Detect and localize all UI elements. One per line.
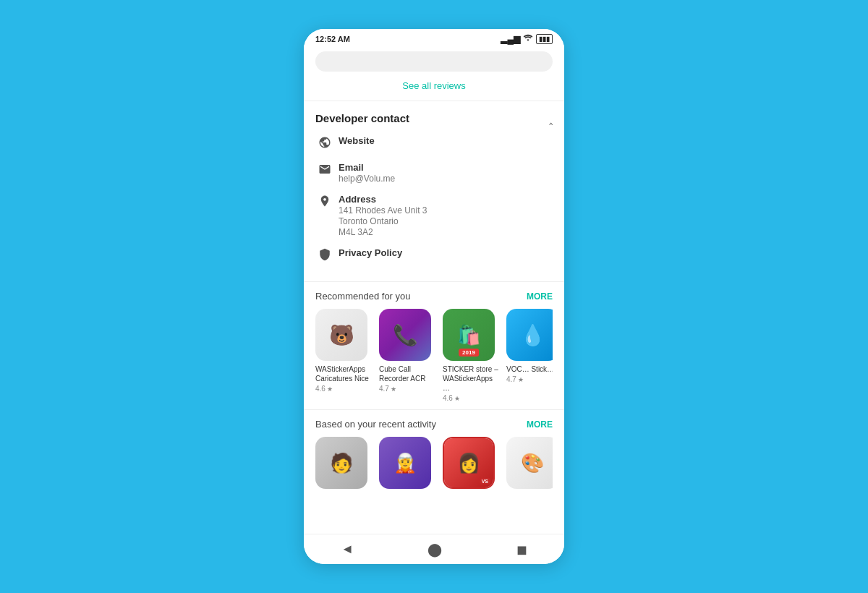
address-line2: Toronto Ontario — [339, 216, 553, 226]
developer-contact-header[interactable]: Developer contact ‸ — [315, 111, 553, 125]
cube-rating-value: 4.7 — [379, 385, 389, 393]
status-time: 12:52 AM — [315, 35, 350, 43]
shield-icon — [318, 248, 339, 264]
voca-name: VOC… Stick… — [506, 364, 553, 374]
app-icon-voca: 💧 — [506, 309, 553, 361]
location-icon — [318, 195, 339, 210]
sticker-rating: 4.6 ★ — [443, 394, 499, 402]
app-icon-anime2-wrap: 🧝 — [379, 437, 431, 489]
sticker-badge: 2019 — [459, 349, 479, 357]
search-bar-area — [304, 47, 564, 73]
wifi-icon — [523, 33, 533, 44]
app-icon-anime3-wrap: 👩 VS — [443, 437, 495, 489]
recommended-apps-row: 🐻 WAStickerApps Caricatures Nice 4.6 ★ 📞… — [315, 309, 553, 402]
signal-icon: ▂▄▆ — [501, 34, 520, 44]
sticker-rating-value: 4.6 — [443, 394, 453, 402]
contact-item-address[interactable]: Address 141 Rhodes Ave Unit 3 Toronto On… — [315, 194, 553, 237]
bottom-navigation: ◄ ⬤ ◼ — [304, 534, 564, 564]
app-icon-cube: 📞 — [379, 309, 431, 361]
recent-activity-apps-row: 🧑 🧝 👩 VS — [315, 437, 553, 492]
home-button[interactable]: ⬤ — [416, 537, 454, 562]
wasticker-star: ★ — [327, 385, 333, 393]
privacy-text: Privacy Policy — [339, 247, 553, 258]
vs-badge: VS — [480, 478, 490, 485]
status-bar: 12:52 AM ▂▄▆ ▮▮▮ — [304, 29, 564, 47]
app-card-anime4[interactable]: 🎨 — [506, 437, 553, 492]
wasticker-rating: 4.6 ★ — [315, 385, 372, 393]
voca-star: ★ — [518, 376, 524, 383]
address-text: Address 141 Rhodes Ave Unit 3 Toronto On… — [339, 194, 553, 237]
anime1-icon: 🧑 — [315, 437, 367, 489]
app-card-anime1[interactable]: 🧑 — [315, 437, 372, 492]
email-value: help@Volu.me — [339, 174, 553, 184]
app-icon-anime1-wrap: 🧑 — [315, 437, 367, 489]
email-text: Email help@Volu.me — [339, 162, 553, 184]
recommended-header: Recommended for you MORE — [315, 291, 553, 302]
voca-rating: 4.7 ★ — [506, 375, 553, 383]
address-line1: 141 Rhodes Ave Unit 3 — [339, 205, 553, 216]
app-card-cube[interactable]: 📞 Cube Call Recorder ACR 4.7 ★ — [379, 309, 435, 402]
sticker-name: STICKER store – WAStickerApps … — [443, 364, 499, 393]
app-card-anime3[interactable]: 👩 VS — [443, 437, 499, 492]
app-card-voca[interactable]: 💧 VOC… Stick… 4.7 ★ — [506, 309, 553, 402]
status-icons: ▂▄▆ ▮▮▮ — [501, 33, 553, 44]
developer-contact-title: Developer contact — [315, 112, 409, 124]
recommended-section: Recommended for you MORE 🐻 WAStickerApps… — [304, 281, 564, 409]
phone-frame: 12:52 AM ▂▄▆ ▮▮▮ See all reviews Develop… — [304, 29, 564, 564]
contact-item-website[interactable]: Website — [315, 135, 553, 152]
battery-icon: ▮▮▮ — [536, 34, 553, 44]
sticker-star: ★ — [454, 395, 460, 402]
privacy-label: Privacy Policy — [339, 247, 553, 258]
search-bar — [315, 51, 553, 72]
address-label: Address — [339, 194, 553, 205]
app-icon-anime4-wrap: 🎨 — [506, 437, 553, 489]
sticker-icon: 🛍️ 2019 — [443, 309, 495, 361]
wasticker-rating-value: 4.6 — [315, 385, 326, 393]
contact-item-email[interactable]: Email help@Volu.me — [315, 162, 553, 184]
app-card-wasticker[interactable]: 🐻 WAStickerApps Caricatures Nice 4.6 ★ — [315, 309, 372, 402]
address-line3: M4L 3A2 — [339, 227, 553, 237]
cube-rating: 4.7 ★ — [379, 385, 435, 393]
back-button[interactable]: ◄ — [329, 537, 365, 561]
recent-activity-header: Based on your recent activity MORE — [315, 419, 553, 430]
email-icon — [318, 163, 339, 179]
app-icon-wasticker: 🐻 — [315, 309, 367, 361]
anime2-icon: 🧝 — [379, 437, 431, 489]
anime3-icon: 👩 VS — [444, 438, 493, 487]
voca-icon: 💧 — [506, 309, 553, 361]
wasticker-name: WAStickerApps Caricatures Nice — [315, 364, 372, 383]
wasticker-icon: 🐻 — [315, 309, 367, 361]
contact-item-privacy[interactable]: Privacy Policy — [315, 247, 553, 264]
cube-star: ★ — [391, 385, 396, 393]
anime4-icon: 🎨 — [506, 437, 553, 489]
recent-button[interactable]: ◼ — [505, 537, 539, 562]
developer-contact-section: Developer contact ‸ Website — [304, 101, 564, 281]
see-all-reviews-link[interactable]: See all reviews — [402, 80, 465, 91]
cube-name: Cube Call Recorder ACR — [379, 364, 435, 383]
scroll-content[interactable]: See all reviews Developer contact ‸ Webs… — [304, 47, 564, 534]
globe-icon — [318, 136, 339, 152]
see-all-reviews-section: See all reviews — [304, 73, 564, 101]
app-card-sticker[interactable]: 🛍️ 2019 STICKER store – WAStickerApps … … — [443, 309, 499, 402]
website-text: Website — [339, 135, 553, 146]
email-label: Email — [339, 162, 553, 173]
recommended-more-button[interactable]: MORE — [527, 291, 553, 302]
recent-activity-section: Based on your recent activity MORE 🧑 🧝 — [304, 409, 564, 500]
app-icon-sticker: 🛍️ 2019 — [443, 309, 495, 361]
app-card-anime2[interactable]: 🧝 — [379, 437, 435, 492]
recommended-title: Recommended for you — [315, 291, 411, 302]
recent-activity-title: Based on your recent activity — [315, 419, 436, 430]
voca-rating-value: 4.7 — [506, 375, 516, 383]
cube-icon: 📞 — [379, 309, 431, 361]
website-label: Website — [339, 135, 553, 146]
recent-activity-more-button[interactable]: MORE — [527, 419, 553, 430]
chevron-up-icon[interactable]: ‸ — [549, 111, 553, 125]
